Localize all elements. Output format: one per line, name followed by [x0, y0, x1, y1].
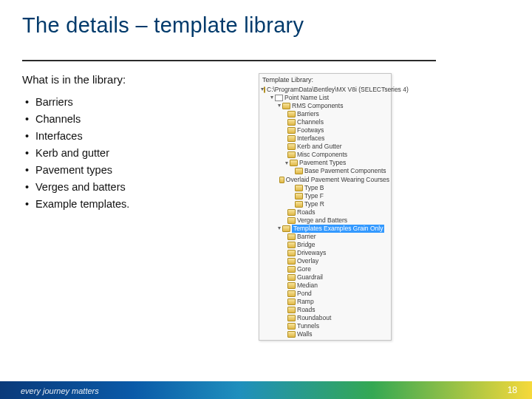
tree-item[interactable]: Gore: [297, 265, 311, 273]
tree-item[interactable]: Channels: [297, 118, 324, 126]
folder-icon: [264, 86, 265, 93]
tree-item[interactable]: Type F: [304, 192, 324, 200]
folder-icon: [287, 323, 296, 330]
tree-item-selected[interactable]: Templates Examples Grain Only: [292, 225, 384, 233]
folder-icon: [287, 233, 296, 240]
page-number: 18: [508, 385, 517, 395]
panel-title: Template Library:: [261, 75, 389, 86]
folder-icon: [295, 201, 303, 208]
folder-icon: [287, 282, 296, 289]
folder-icon: [287, 274, 296, 281]
folder-icon: [287, 331, 296, 338]
bullet-item: Channels: [25, 113, 229, 125]
tree-item[interactable]: Kerb and Gutter: [297, 143, 341, 151]
folder-icon: [282, 103, 290, 109]
bullet-item: Verges and batters: [25, 181, 229, 193]
expander-icon[interactable]: ▾: [268, 95, 275, 101]
tree-item[interactable]: Barriers: [297, 110, 319, 118]
tree-view[interactable]: ▾C:\ProgramData\Bentley\MX V8i (SELECTse…: [261, 86, 389, 338]
tree-item[interactable]: Roads: [297, 306, 316, 314]
folder-icon: [287, 307, 296, 313]
folder-icon: [287, 111, 296, 117]
folder-icon: [279, 177, 284, 183]
folder-icon: [287, 143, 296, 150]
slide-title: The details – template library: [22, 13, 510, 38]
folder-icon: [287, 209, 296, 216]
bullet-item: Kerb and gutter: [25, 147, 229, 159]
folder-icon: [287, 217, 296, 224]
template-library-panel: Template Library: ▾C:\ProgramData\Bentle…: [259, 73, 392, 341]
expander-icon[interactable]: ▾: [283, 160, 290, 166]
footer-tagline: every journey matters: [21, 386, 99, 395]
left-column: What is in the library: Barriers Channel…: [22, 73, 229, 341]
expander-icon[interactable]: ▾: [276, 103, 282, 109]
tree-item[interactable]: Walls: [297, 330, 312, 338]
folder-icon: [287, 242, 296, 248]
folder-icon: [287, 151, 296, 158]
folder-icon: [287, 315, 296, 321]
folder-icon: [282, 225, 290, 232]
divider: [22, 60, 436, 61]
folder-icon: [287, 290, 296, 297]
tree-item[interactable]: Median: [297, 282, 318, 290]
bullet-item: Barriers: [25, 96, 229, 108]
tree-item[interactable]: Pond: [297, 290, 312, 298]
tree-item[interactable]: Verge and Batters: [297, 216, 347, 225]
tree-item[interactable]: Ramp: [297, 298, 314, 306]
folder-icon: [295, 193, 303, 200]
folder-icon: [287, 127, 296, 134]
folder-icon: [290, 160, 298, 166]
bullet-item: Pavement types: [25, 164, 229, 176]
folder-icon: [287, 119, 296, 126]
tree-item[interactable]: Footways: [297, 126, 324, 134]
tree-item[interactable]: Type R: [304, 200, 324, 208]
tree-item[interactable]: Interfaces: [297, 134, 324, 143]
tree-item[interactable]: Driveways: [297, 249, 326, 257]
page-icon: [275, 95, 283, 101]
question-text: What is in the library:: [22, 73, 229, 86]
folder-icon: [287, 299, 296, 305]
folder-icon: [295, 168, 303, 174]
tree-item[interactable]: Tunnels: [297, 322, 319, 330]
folder-icon: [287, 258, 296, 265]
bullet-list: Barriers Channels Interfaces Kerb and gu…: [22, 96, 229, 210]
tree-item[interactable]: Overlay: [297, 257, 318, 265]
tree-item[interactable]: Point Name List: [284, 94, 329, 102]
tree-item[interactable]: Pavement Types: [299, 159, 346, 167]
tree-item[interactable]: Misc Components: [297, 151, 347, 159]
folder-icon: [287, 266, 296, 273]
footer: every journey matters 18: [0, 372, 532, 399]
folder-icon: [287, 135, 296, 142]
tree-item[interactable]: Roads: [297, 208, 316, 216]
tree-root[interactable]: C:\ProgramData\Bentley\MX V8i (SELECTser…: [267, 86, 409, 94]
folder-icon: [287, 250, 296, 256]
tree-item[interactable]: Overlaid Pavement Wearing Courses: [286, 176, 389, 184]
bullet-item: Interfaces: [25, 130, 229, 142]
folder-icon: [295, 185, 303, 191]
tree-item[interactable]: Roundabout: [297, 314, 331, 322]
bullet-item: Example templates.: [25, 198, 229, 210]
tree-item[interactable]: Type B: [304, 184, 324, 192]
expander-icon[interactable]: ▾: [276, 225, 282, 232]
tree-item[interactable]: RMS Components: [292, 102, 343, 110]
tree-item[interactable]: Barrier: [297, 233, 316, 241]
tree-item[interactable]: Base Pavement Components: [304, 167, 386, 175]
tree-item[interactable]: Guardrail: [297, 273, 323, 282]
tree-item[interactable]: Bridge: [297, 241, 316, 249]
